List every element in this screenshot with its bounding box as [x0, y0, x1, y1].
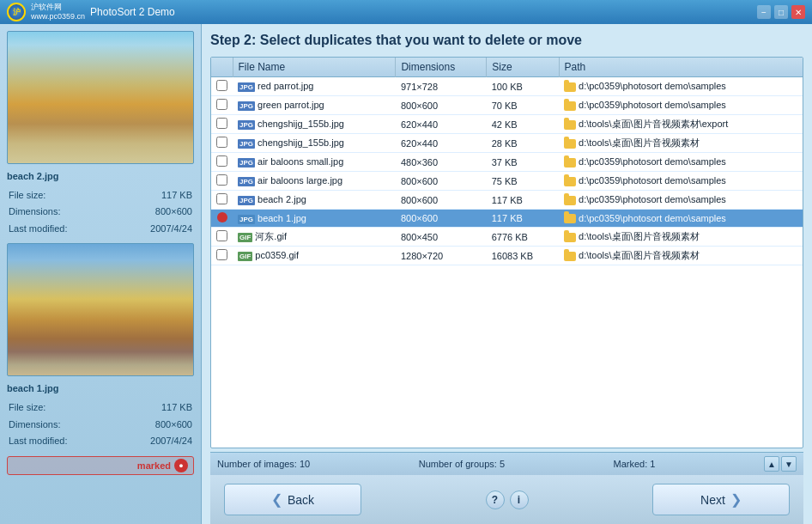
row-filename[interactable]: JPGbeach 1.jpg: [233, 210, 396, 228]
row-checkbox[interactable]: [216, 230, 227, 241]
row-size: 37 KB: [487, 153, 559, 172]
status-bar: Number of images: 10 Number of groups: 5…: [210, 452, 803, 475]
row-filename[interactable]: GIF河东.gif: [233, 228, 396, 247]
file-type-badge: JPG: [238, 158, 255, 168]
table-header-row: File Name Dimensions Size Path: [211, 58, 803, 77]
marked-label: marked: [137, 460, 171, 471]
th-path[interactable]: Path: [559, 58, 803, 77]
next-button[interactable]: Next ❯: [652, 484, 790, 515]
row-checkbox[interactable]: [216, 118, 227, 129]
row-checkbox-cell[interactable]: [211, 77, 233, 96]
preview-top-info: beach 2.jpg File size: 117 KB Dimensions…: [7, 169, 194, 238]
marked-circle-icon: ●: [174, 459, 188, 472]
th-size[interactable]: Size: [487, 58, 559, 77]
row-path: d:\pc0359\photosort demo\samples: [559, 191, 803, 210]
back-button[interactable]: ❮ Back: [224, 484, 361, 515]
folder-icon: [564, 252, 576, 261]
row-dimensions: 800×600: [396, 210, 487, 228]
row-filename[interactable]: JPGchengshijg_155b.jpg: [233, 115, 396, 134]
row-filename[interactable]: JPGgreen parrot.jpg: [233, 96, 396, 115]
row-path: d:\pc0359\photosort demo\samples: [559, 210, 803, 228]
row-filename[interactable]: JPGair baloons large.jpg: [233, 172, 396, 191]
row-path: d:\pc0359\photosort demo\samples: [559, 172, 803, 191]
row-size: 6776 KB: [487, 228, 559, 247]
status-num-groups: Number of groups: 5: [419, 459, 505, 469]
th-filename[interactable]: File Name: [233, 58, 396, 77]
row-size: 28 KB: [487, 134, 559, 153]
row-checkbox[interactable]: [216, 155, 227, 167]
table-row[interactable]: JPGbeach 2.jpg 800×600 117 KB d:\pc0359\…: [211, 191, 803, 210]
row-checkbox[interactable]: [216, 193, 227, 204]
row-size: 16083 KB: [487, 247, 559, 265]
folder-icon: [564, 82, 576, 92]
table-row[interactable]: JPGgreen parrot.jpg 800×600 70 KB d:\pc0…: [211, 96, 803, 115]
status-marked: Marked: 1: [614, 459, 656, 469]
file-type-badge: JPG: [238, 196, 255, 205]
row-checkbox[interactable]: [216, 137, 227, 148]
file-table-container[interactable]: File Name Dimensions Size Path JPGred pa…: [210, 57, 803, 448]
scroll-down-button[interactable]: ▼: [781, 456, 797, 472]
folder-icon: [564, 101, 576, 111]
table-row[interactable]: JPGair baloons small.jpg 480×360 37 KB d…: [211, 153, 803, 172]
table-row[interactable]: GIFpc0359.gif 1280×720 16083 KB d:\tools…: [211, 247, 803, 265]
row-checkbox-cell[interactable]: [211, 228, 233, 247]
file-type-badge: JPG: [238, 120, 255, 130]
row-checkbox[interactable]: [216, 174, 227, 186]
row-dimensions: 800×600: [396, 191, 487, 210]
row-checkbox[interactable]: [216, 99, 227, 110]
row-checkbox[interactable]: [216, 80, 227, 91]
preview-top-filename: beach 2.jpg: [7, 169, 194, 185]
row-path: d:\tools\桌面\图片音视频素材: [559, 247, 803, 265]
row-checkbox-cell[interactable]: [211, 247, 233, 265]
row-filename[interactable]: JPGair baloons small.jpg: [233, 153, 396, 172]
row-path: d:\pc0359\photosort demo\samples: [559, 77, 803, 96]
status-bar-arrows: ▲ ▼: [764, 456, 797, 472]
file-type-badge: JPG: [238, 101, 255, 111]
folder-icon: [564, 158, 576, 168]
table-row[interactable]: JPGchengshijg_155b.jpg 620×440 42 KB d:\…: [211, 115, 803, 134]
table-row[interactable]: GIF河东.gif 800×450 6776 KB d:\tools\桌面\图片…: [211, 228, 803, 247]
close-button[interactable]: ✕: [791, 5, 805, 19]
maximize-button[interactable]: □: [774, 5, 788, 19]
row-checkbox-cell[interactable]: [211, 210, 233, 228]
help-button[interactable]: ?: [486, 490, 505, 509]
table-row[interactable]: JPGair baloons large.jpg 800×600 75 KB d…: [211, 172, 803, 191]
row-filename[interactable]: JPGchengshijg_155b.jpg: [233, 134, 396, 153]
row-dimensions: 1280×720: [396, 247, 487, 265]
file-type-badge: JPG: [238, 215, 255, 224]
preview-image-top: [7, 31, 194, 164]
next-arrow-icon: ❯: [730, 491, 742, 508]
row-checkbox-cell[interactable]: [211, 172, 233, 191]
titlebar-left: 沪 沪软件网 www.pc0359.cn PhotoSort 2 Demo: [7, 3, 175, 21]
row-filename[interactable]: JPGred parrot.jpg: [233, 77, 396, 96]
row-path: d:\tools\桌面\图片音视频素材: [559, 228, 803, 247]
table-row[interactable]: JPGbeach 1.jpg 800×600 117 KB d:\pc0359\…: [211, 210, 803, 228]
row-size: 100 KB: [487, 77, 559, 96]
row-filename[interactable]: JPGbeach 2.jpg: [233, 191, 396, 210]
folder-icon: [564, 177, 576, 186]
step-title: Step 2: Select duplicates that you want …: [210, 33, 803, 48]
file-type-badge: JPG: [238, 177, 255, 186]
table-row[interactable]: JPGchengshijg_155b.jpg 620×440 28 KB d:\…: [211, 134, 803, 153]
row-filename[interactable]: GIFpc0359.gif: [233, 247, 396, 265]
minimize-button[interactable]: −: [757, 5, 771, 19]
row-checkbox-cell[interactable]: [211, 153, 233, 172]
row-checkbox-cell[interactable]: [211, 96, 233, 115]
row-checkbox-cell[interactable]: [211, 191, 233, 210]
table-row[interactable]: JPGred parrot.jpg 971×728 100 KB d:\pc03…: [211, 77, 803, 96]
info-button[interactable]: i: [510, 490, 529, 509]
th-dimensions[interactable]: Dimensions: [396, 58, 487, 77]
row-size: 70 KB: [487, 96, 559, 115]
logo-text: 沪软件网 www.pc0359.cn: [31, 3, 85, 21]
row-dimensions: 800×600: [396, 96, 487, 115]
folder-icon: [564, 196, 576, 205]
row-dimensions: 480×360: [396, 153, 487, 172]
row-checkbox[interactable]: [216, 249, 227, 260]
row-checkbox-cell[interactable]: [211, 134, 233, 153]
row-path: d:\tools\桌面\图片音视频素材\export: [559, 115, 803, 134]
folder-icon: [564, 139, 576, 149]
file-type-badge: GIF: [238, 233, 252, 242]
row-checkbox-cell[interactable]: [211, 115, 233, 134]
scroll-up-button[interactable]: ▲: [764, 456, 779, 472]
titlebar-title: PhotoSort 2 Demo: [90, 6, 175, 18]
